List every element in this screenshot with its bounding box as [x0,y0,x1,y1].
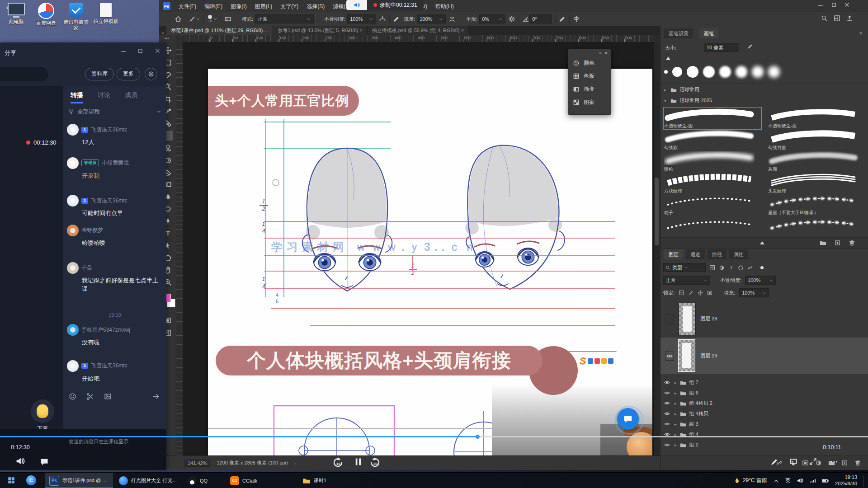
visibility-toggle[interactable] [664,390,671,396]
volume-icon[interactable] [15,456,25,466]
menu-文字(Y)[interactable]: 文字(Y) [276,0,302,12]
panel-item-gradient[interactable]: 渐变 [568,83,611,96]
panel-item-swatches[interactable]: 色板 [568,70,611,83]
share-icon[interactable] [846,15,853,22]
filter-smartobject-icon[interactable] [747,265,753,271]
brush-size-input[interactable]: 10 像素 [704,43,739,52]
close-icon[interactable] [844,2,850,8]
brush-folder[interactable]: ▾沼球常用-2025 [664,97,712,104]
add-mask-icon[interactable] [802,460,809,466]
search-icon[interactable] [821,15,828,22]
layers-tab-路径[interactable]: 路径 [708,249,726,259]
quark-pinned-icon[interactable]: C [26,475,36,485]
panel-item-pattern[interactable]: 图案 [568,96,611,109]
visibility-toggle[interactable] [664,421,671,427]
more-button[interactable]: 更多 [117,68,140,80]
mic-down-button[interactable] [31,399,54,423]
layer-group-row[interactable]: ▸组 4拷贝 2 [664,398,865,408]
lock-transparent-icon[interactable] [679,290,684,296]
delete-layer-icon[interactable] [854,460,861,466]
group-arrow-icon[interactable]: ▸ [675,391,677,395]
filter-pixel-icon[interactable] [709,265,715,271]
layer-group-row[interactable]: ▸组 3 [664,419,865,429]
annotate-pencil-icon[interactable] [770,458,778,466]
lock-position-icon[interactable] [698,290,703,296]
visibility-toggle[interactable] [664,411,671,417]
taskbar-item-quark-browser[interactable]: 打光图片大全-打光... [115,473,182,488]
airbrush-icon[interactable] [448,15,456,23]
new-layer-icon[interactable] [841,460,848,466]
taskbar-item-qq[interactable]: QQ [184,473,214,488]
visibility-toggle[interactable] [665,314,674,324]
group-arrow-icon[interactable]: ▸ [675,422,677,427]
opacity-dropdown[interactable]: 100% [347,14,376,23]
player-progress-bar[interactable] [0,436,868,437]
start-button-icon[interactable] [7,476,15,484]
chat-floating-button[interactable] [617,408,639,430]
progress-knob[interactable] [476,435,480,439]
document-tab[interactable]: 示范1课件.psd @ 141% (图层 29, RGB/8) * × [166,26,273,35]
taskbar-item-cctalk[interactable]: CCCCtalk [226,473,269,488]
chat-tab-转播[interactable]: 转播 [71,91,83,103]
tray-expand-icon[interactable] [773,478,779,484]
menu-文件(F)[interactable]: 文件(F) [175,0,200,12]
brush-tip-dot[interactable] [672,67,682,77]
close-icon[interactable] [155,48,160,54]
tab-overflow-icon[interactable]: » [159,30,166,35]
brush-preset-icon[interactable] [189,15,196,23]
layers-tab-属性[interactable]: 属性 [729,249,748,259]
pause-button[interactable] [353,456,363,467]
filter-shape-icon[interactable] [738,265,744,271]
filter-type-icon[interactable]: T [728,265,734,271]
tab-brushes[interactable]: 画笔 [699,28,718,38]
collapse-icon[interactable] [809,458,817,465]
layer-group-row[interactable]: ▸组 4拷贝 [664,408,865,419]
more-options-icon[interactable] [830,458,838,466]
clock[interactable]: 19:13 2025/8/30 [835,474,857,487]
opacity-pressure-icon[interactable] [379,15,386,23]
image-icon[interactable] [104,393,112,400]
brush-angle-icon[interactable] [522,15,529,23]
brush-tip-dot[interactable] [687,66,698,78]
tab-brush-settings[interactable]: 画笔设置 [664,28,693,38]
toolbar-more-icon[interactable]: ••• [165,36,169,41]
search-input[interactable] [0,67,48,81]
brush-tip-dot[interactable] [703,66,715,78]
brush-tip-dot[interactable] [719,66,731,78]
group-arrow-icon[interactable]: ▸ [675,412,677,416]
home-icon[interactable] [175,15,182,23]
avatar[interactable] [67,360,79,372]
fill-dropdown[interactable]: 100% [739,288,769,297]
visibility-toggle[interactable] [665,352,674,361]
filter-adjustment-icon[interactable] [719,265,725,271]
layer-group-row[interactable]: ▸组 4 [664,429,865,440]
layer-thumbnail[interactable] [679,303,696,335]
scroll-up-icon[interactable] [760,241,764,244]
symmetry-icon[interactable] [573,15,580,23]
brush-item[interactable]: 不透明硬边-圆 [664,108,761,129]
layers-tab-通道[interactable]: 通道 [686,249,705,259]
brush-tip-dot[interactable] [768,66,780,78]
stylus-pressure-icon[interactable] [393,15,400,23]
layer-thumbnail[interactable] [679,340,695,371]
artboard[interactable]: 头+个人常用五官比例 个人体块概括风格+头颈肩衔接 学习素材网 ｗｗｗ.ｙ3..… [208,69,652,455]
pip-monitor-icon[interactable] [789,458,797,466]
document-tab[interactable]: 参考1.psd @ 43.5% (图层 5, RGB/8) × [273,26,368,35]
menu-图层(L)[interactable]: 图层(L) [251,0,277,12]
visibility-toggle[interactable] [664,442,671,448]
filter-toggle-dot[interactable] [760,266,764,269]
layer-filter-dropdown[interactable]: 类型 [663,263,706,272]
smoothing-dropdown[interactable]: 0% [479,14,505,23]
avatar[interactable] [67,124,79,136]
maximize-icon[interactable] [831,2,837,8]
brush-item[interactable]: 灰面 [768,151,865,172]
library-button[interactable]: 资料库 [85,68,114,80]
minimize-icon[interactable] [120,48,127,54]
brush-item[interactable]: 头发纹理 [768,173,865,194]
menu-帮助(H)[interactable]: 帮助(H) [431,0,458,12]
avatar[interactable] [67,157,79,169]
brush-item[interactable]: 粒子 [664,195,761,216]
lock-paint-icon[interactable] [688,290,693,296]
emoji-icon[interactable] [69,393,76,400]
brush-tip-dot[interactable] [664,70,668,74]
